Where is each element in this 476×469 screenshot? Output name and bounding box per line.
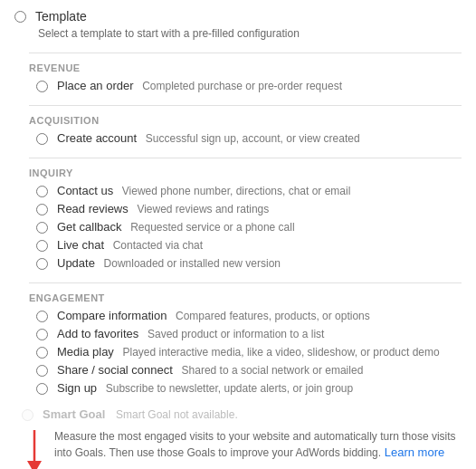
contact-us-label: Contact us <box>57 184 113 197</box>
share-social-label: Share / social connect <box>57 363 173 377</box>
live-chat-desc: Contacted via chat <box>113 239 203 252</box>
template-label: Template <box>35 9 87 24</box>
add-to-favorites-label: Add to favorites <box>57 327 138 340</box>
get-callback-desc: Requested service or a phone call <box>130 221 294 234</box>
create-account-desc: Successful sign up, account, or view cre… <box>146 132 360 145</box>
smart-goal-row: Smart Goal Smart Goal not available. <box>14 407 462 421</box>
read-reviews-desc: Viewed reviews and ratings <box>137 203 269 215</box>
contact-us-row: Contact us Viewed phone number, directio… <box>29 184 462 197</box>
measure-row: Measure the most engaged visits to your … <box>14 428 462 469</box>
live-chat-row: Live chat Contacted via chat <box>29 238 462 252</box>
engagement-header: ENGAGEMENT <box>29 282 462 303</box>
create-account-radio[interactable] <box>36 133 48 145</box>
read-reviews-row: Read reviews Viewed reviews and ratings <box>29 202 462 215</box>
get-callback-radio[interactable] <box>36 222 48 234</box>
arrow-icon <box>22 430 47 469</box>
template-radio[interactable] <box>14 11 26 23</box>
add-to-favorites-radio[interactable] <box>36 329 48 340</box>
read-reviews-label: Read reviews <box>57 202 129 215</box>
options-container: REVENUE Place an order Completed purchas… <box>14 53 462 395</box>
sign-up-radio[interactable] <box>36 383 48 395</box>
media-play-label: Media play <box>57 345 114 359</box>
sign-up-desc: Subscribe to newsletter, update alerts, … <box>106 382 354 395</box>
add-to-favorites-desc: Saved product or information to a list <box>148 328 324 340</box>
sign-up-row: Sign up Subscribe to newsletter, update … <box>29 381 462 395</box>
compare-information-row: Compare information Compared features, p… <box>29 309 462 322</box>
place-an-order-label: Place an order <box>57 79 134 92</box>
share-social-radio[interactable] <box>36 365 48 377</box>
compare-information-desc: Compared features, products, or options <box>176 310 370 322</box>
update-desc: Downloaded or installed new version <box>104 257 281 270</box>
compare-information-radio[interactable] <box>36 311 48 322</box>
get-callback-label: Get callback <box>57 220 122 234</box>
share-social-desc: Shared to a social network or emailed <box>182 364 364 377</box>
place-an-order-row: Place an order Completed purchase or pre… <box>29 79 462 92</box>
acquisition-header: ACQUISITION <box>29 105 462 126</box>
smart-goal-label: Smart Goal <box>43 407 105 421</box>
inquiry-header: INQUIRY <box>29 158 462 178</box>
place-an-order-desc: Completed purchase or pre-order request <box>142 80 342 92</box>
smart-goal-desc: Smart Goal not available. <box>116 408 238 421</box>
update-row: Update Downloaded or installed new versi… <box>29 256 462 270</box>
top-section: Template Select a template to start with… <box>14 9 462 40</box>
sign-up-label: Sign up <box>57 381 97 395</box>
learn-more-link[interactable]: Learn more <box>385 445 444 459</box>
add-to-favorites-row: Add to favorites Saved product or inform… <box>29 327 462 340</box>
share-social-row: Share / social connect Shared to a socia… <box>29 363 462 377</box>
contact-us-radio[interactable] <box>36 186 48 197</box>
place-an-order-radio[interactable] <box>36 81 48 92</box>
revenue-header: REVENUE <box>29 53 462 73</box>
media-play-radio[interactable] <box>36 347 48 359</box>
live-chat-label: Live chat <box>57 238 104 252</box>
update-label: Update <box>57 256 95 270</box>
contact-us-desc: Viewed phone number, directions, chat or… <box>122 185 351 197</box>
get-callback-row: Get callback Requested service or a phon… <box>29 220 462 234</box>
template-subtitle: Select a template to start with a pre-fi… <box>38 27 462 40</box>
smart-goal-radio <box>22 409 33 421</box>
create-account-label: Create account <box>57 131 137 145</box>
create-account-row: Create account Successful sign up, accou… <box>29 131 462 145</box>
compare-information-label: Compare information <box>57 309 167 322</box>
svg-marker-1 <box>27 461 42 469</box>
update-radio[interactable] <box>36 258 48 270</box>
media-play-desc: Played interactive media, like a video, … <box>123 346 440 359</box>
live-chat-radio[interactable] <box>36 240 48 252</box>
media-play-row: Media play Played interactive media, lik… <box>29 345 462 359</box>
read-reviews-radio[interactable] <box>36 204 48 215</box>
